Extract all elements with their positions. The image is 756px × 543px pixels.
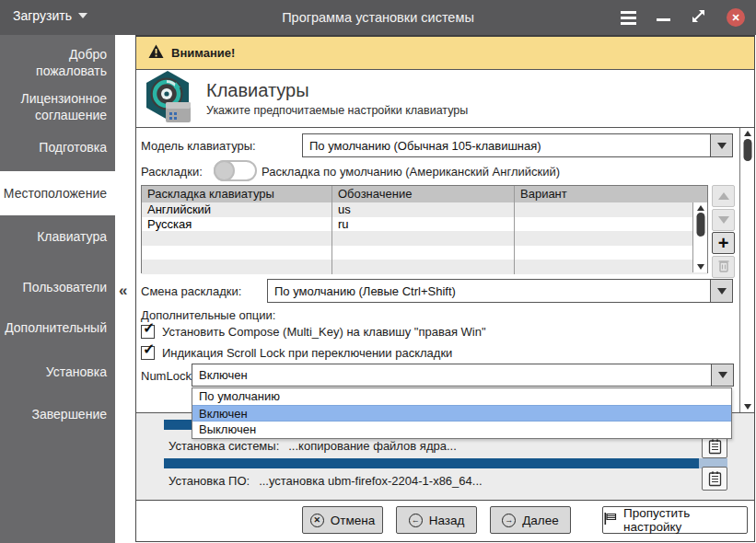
cell-variant[interactable] [515,202,707,217]
page-subtitle: Укажите предпочитаемые настройки клавиат… [206,104,468,117]
cell-variant[interactable] [515,217,707,232]
window-controls: ✕ [621,0,745,35]
page-title: Клавиатуры [206,80,468,101]
scroll-up-icon[interactable] [744,131,751,136]
switch-combo-label: Смена раскладки: [141,284,241,298]
arrow-down-icon [718,216,729,224]
cell-code[interactable]: ru [332,217,515,232]
keyboard-model-combo[interactable]: По умолчанию (Обычная 105-клавишная) [302,133,733,157]
software-log-button[interactable] [702,467,727,491]
arrow-up-icon [718,192,729,200]
numlock-option-off[interactable]: Выключен [192,422,731,438]
sidebar-collapse-button[interactable]: « [119,282,127,300]
cancel-button[interactable]: ✕ Отмена [302,506,383,534]
cancel-icon: ✕ [310,514,324,527]
keyboard-model-value: По умолчанию (Обычная 105-клавишная) [303,134,710,156]
scroll-down-icon[interactable] [697,264,704,270]
cancel-button-label: Отмена [331,514,375,527]
layouts-default-toggle[interactable] [214,160,257,181]
hamburger-menu-icon[interactable] [621,11,636,25]
sidebar-item-installation[interactable]: Установка [0,364,115,380]
minimize-icon[interactable] [657,18,670,21]
software-progress-status: ...установка ubm-firefox-2204-1-x86_64..… [259,474,483,488]
back-button-label: Назад [429,514,465,527]
layout-switch-combo[interactable]: По умолчанию (Левые Ctrl+Shift) [267,279,733,303]
layouts-table-header: Раскладка клавиатуры Обозначение Вариант [142,186,707,202]
skip-setup-button[interactable]: Пропустить настройку [602,506,748,534]
next-icon: → [502,514,516,527]
scroll-down-icon[interactable] [744,404,751,410]
sidebar: Добро пожаловать Лицензионное соглашение… [0,35,115,543]
toggle-knob[interactable] [214,160,235,181]
content-scrollbar-thumb[interactable] [743,139,751,161]
column-header-code[interactable]: Обозначение [332,186,515,202]
numlock-dropdown-list: По умолчанию Включен Выключен [192,387,732,439]
scroll-up-icon[interactable] [697,205,704,211]
table-row[interactable]: Английский us [142,202,707,217]
sidebar-item-license[interactable]: Лицензионное соглашение [0,90,115,123]
chevron-down-icon [717,143,727,149]
sidebar-item-preparation[interactable]: Подготовка [0,139,115,156]
sidebar-item-users[interactable]: Пользователи [0,279,115,295]
skip-setup-label: Пропустить настройку [623,506,747,534]
numlock-arrow-button[interactable] [711,364,733,386]
trash-icon [717,259,730,276]
back-icon: ← [409,514,423,527]
log-icon [708,439,722,455]
table-scrollbar[interactable] [692,202,707,272]
system-progress-label: Установка системы: [169,439,279,453]
close-icon[interactable]: ✕ [727,8,745,27]
titlebar: Загрузить Программа установки системы ✕ [0,0,756,35]
compose-checkbox-row[interactable]: ✓ Установить Compose (Multi_Key) на клав… [141,325,486,339]
sidebar-item-welcome[interactable]: Добро пожаловать [0,46,115,79]
cell-layout[interactable]: Русская [142,217,332,232]
extra-options-label: Дополнительные опции: [141,308,275,322]
page-header: Клавиатуры Укажите предпочитаемые настро… [136,70,754,128]
numlock-option-default[interactable]: По умолчанию [192,388,731,405]
move-layout-up-button[interactable] [712,185,735,207]
installer-window: Загрузить Программа установки системы ✕ … [0,0,756,543]
numlock-option-on[interactable]: Включен [192,405,731,422]
back-button[interactable]: ← Назад [396,506,477,534]
cell-layout[interactable]: Английский [142,202,332,217]
table-row-empty [142,246,707,260]
table-row[interactable]: Русская ru [142,217,707,232]
column-header-variant[interactable]: Вариант [515,186,707,202]
column-header-layout[interactable]: Раскладка клавиатуры [142,186,332,202]
plus-icon: + [718,235,729,251]
numlock-value: Включен [192,364,711,386]
keyboard-model-arrow-button[interactable] [710,134,732,156]
layout-switch-value: По умолчанию (Левые Ctrl+Shift) [268,280,710,302]
next-button[interactable]: → Далее [490,506,571,534]
sidebar-item-location[interactable]: Местоположение [0,171,115,215]
table-row-empty [142,231,707,246]
delete-layout-button[interactable] [712,256,735,278]
sidebar-item-additional[interactable]: Дополнительный [0,319,115,336]
warning-icon [148,44,164,63]
checkbox-checked-icon[interactable]: ✓ [141,325,155,339]
maximize-icon[interactable] [691,8,706,28]
numlock-combo[interactable]: Включен [192,364,734,387]
system-progress-row: Установка системы: ...копирование файлов… [169,439,457,453]
software-progress-label: Установка ПО: [169,474,250,488]
layout-switch-arrow-button[interactable] [710,280,732,302]
scrolllock-checkbox-label: Индикация Scroll Lock при переключении р… [162,346,452,360]
content-scrollbar[interactable] [739,128,754,412]
flag-icon [603,512,617,528]
layouts-toggle-text: Раскладка по умолчанию (Американский Анг… [262,165,560,179]
footer-bar: ✕ Отмена ← Назад → Далее [136,500,754,541]
add-layout-button[interactable]: + [712,232,735,254]
table-scrollbar-thumb[interactable] [696,213,704,237]
cell-code[interactable]: us [332,202,515,217]
chevron-down-icon [718,372,727,378]
layouts-label: Раскладки: [141,165,203,179]
numlock-label: NumLock: [141,369,195,383]
checkbox-checked-icon[interactable]: ✓ [141,346,155,360]
software-progressbar [164,458,727,468]
move-layout-down-button[interactable] [712,209,735,231]
log-icon [708,471,722,487]
sidebar-item-finish[interactable]: Завершение [0,406,115,422]
scrolllock-checkbox-row[interactable]: ✓ Индикация Scroll Lock при переключении… [141,346,452,360]
sidebar-item-keyboard[interactable]: Клавиатура [0,228,115,245]
compose-checkbox-label: Установить Compose (Multi_Key) на клавиш… [162,325,486,339]
